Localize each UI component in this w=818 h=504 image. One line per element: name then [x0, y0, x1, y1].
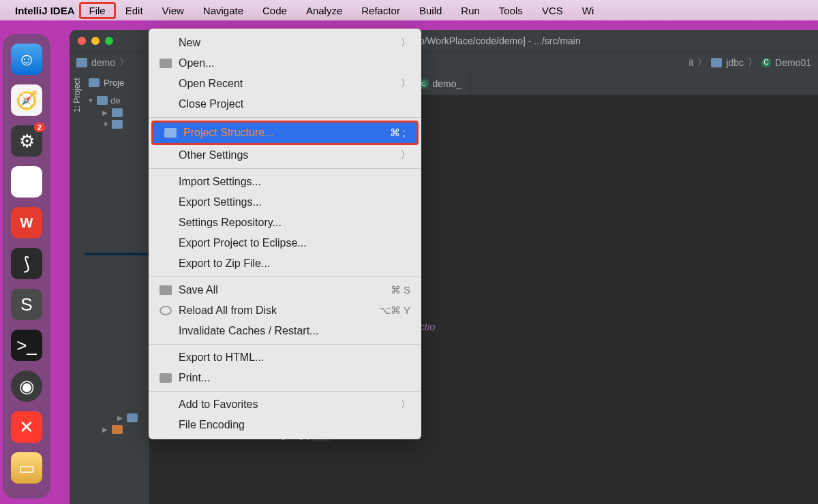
macos-dock: ☺ 🧭 ⚙ ◉ W ⟆ S >_ ◉ ✕ ▭	[3, 34, 50, 499]
folder-icon	[711, 58, 722, 67]
app-name: IntelliJ IDEA	[15, 5, 75, 16]
project-tree: ▼de ▶ ▼ ▶ ▶	[85, 93, 149, 437]
menu-settings-repo[interactable]: Settings Repository...	[149, 212, 421, 233]
menu-code[interactable]: Code	[253, 2, 297, 19]
menu-analyze[interactable]: Analyze	[297, 2, 352, 19]
menu-export-settings[interactable]: Export Settings...	[149, 192, 421, 212]
menu-vcs[interactable]: VCS	[532, 2, 573, 19]
menu-project-structure[interactable]: Project Structure...⌘ ;	[153, 123, 416, 143]
menu-navigate[interactable]: Navigate	[194, 2, 253, 19]
menu-export-zip[interactable]: Export to Zip File...	[149, 253, 421, 274]
chevron-right-icon: 〉	[401, 149, 410, 161]
menu-new[interactable]: New〉	[149, 33, 421, 53]
print-icon	[160, 373, 172, 383]
dock-app-icon[interactable]: ⟆	[11, 248, 42, 279]
dock-wps-icon[interactable]: W	[11, 207, 42, 238]
tree-row[interactable]: ▼de	[87, 94, 147, 107]
menu-separator	[149, 344, 421, 345]
breadcrumb-root[interactable]: demo	[91, 57, 115, 68]
menu-separator	[149, 277, 421, 277]
menu-view[interactable]: View	[153, 2, 194, 19]
menu-open[interactable]: Open...	[149, 53, 421, 74]
breadcrumb-class[interactable]: Demo01	[775, 57, 811, 68]
project-icon	[89, 78, 100, 87]
dock-disc-icon[interactable]: ◉	[11, 371, 42, 402]
tree-row[interactable]: ▶	[87, 424, 147, 435]
dock-safari-icon[interactable]: 🧭	[11, 84, 42, 116]
dock-finder-icon[interactable]: ☺	[11, 44, 42, 75]
menu-save-all[interactable]: Save All⌘ S	[149, 280, 421, 300]
menu-file-encoding[interactable]: File Encoding	[149, 415, 421, 435]
chevron-right-icon: 〉	[401, 78, 410, 90]
folder-icon	[127, 413, 138, 422]
project-rail-tab[interactable]: 1: Project	[70, 72, 85, 504]
dock-folder-icon[interactable]: ▭	[11, 452, 42, 484]
menu-build[interactable]: Build	[410, 2, 451, 19]
close-window-icon[interactable]	[78, 37, 86, 45]
dock-close-app-icon[interactable]: ✕	[11, 411, 42, 443]
dock-chrome-icon[interactable]: ◉	[11, 166, 42, 198]
macos-menubar: IntelliJ IDEA File Edit View Navigate Co…	[0, 0, 818, 20]
dock-sublime-icon[interactable]: S	[11, 289, 42, 320]
menu-other-settings[interactable]: Other Settings〉	[149, 145, 421, 166]
menu-separator	[149, 391, 421, 392]
project-pane-header[interactable]: Proje	[85, 72, 149, 93]
menu-refactor[interactable]: Refactor	[352, 2, 410, 19]
tree-row[interactable]: ▼	[87, 119, 147, 130]
dock-terminal-icon[interactable]: >_	[11, 330, 42, 361]
menu-file[interactable]: File	[79, 2, 116, 19]
dock-settings-icon[interactable]: ⚙	[11, 125, 42, 157]
menu-invalidate-caches[interactable]: Invalidate Caches / Restart...	[149, 321, 421, 341]
project-pane: Proje ▼de ▶ ▼ ▶ ▶	[85, 72, 150, 504]
menu-tools[interactable]: Tools	[489, 2, 532, 19]
tree-row[interactable]: ▶	[87, 412, 147, 424]
folder-open-icon	[160, 59, 172, 68]
class-icon: C	[761, 58, 771, 67]
menu-separator	[149, 168, 421, 169]
tree-row[interactable]: ▶	[87, 107, 147, 119]
folder-icon	[112, 108, 123, 117]
menu-edit[interactable]: Edit	[116, 2, 153, 19]
minimize-window-icon[interactable]	[91, 37, 100, 45]
folder-icon	[76, 58, 87, 67]
maximize-window-icon[interactable]	[105, 37, 113, 45]
folder-icon	[112, 120, 123, 129]
menu-open-recent[interactable]: Open Recent〉	[149, 74, 421, 94]
menu-import-settings[interactable]: Import Settings...	[149, 172, 421, 192]
project-structure-icon	[164, 128, 177, 138]
reload-icon	[160, 306, 172, 315]
save-icon	[160, 285, 172, 295]
chevron-right-icon: 〉	[401, 398, 410, 411]
menu-separator	[149, 117, 421, 118]
menu-export-html[interactable]: Export to HTML...	[149, 347, 421, 368]
file-menu: New〉 Open... Open Recent〉 Close Project …	[149, 29, 421, 439]
menu-run[interactable]: Run	[451, 2, 489, 19]
folder-icon	[112, 425, 123, 434]
menu-close-project[interactable]: Close Project	[149, 94, 421, 114]
menu-reload-disk[interactable]: Reload All from Disk⌥⌘ Y	[149, 300, 421, 321]
breadcrumb-pkg[interactable]: jdbc	[726, 57, 744, 68]
chevron-right-icon: 〉	[401, 37, 410, 49]
folder-icon	[97, 96, 108, 105]
menu-add-favorites[interactable]: Add to Favorites〉	[149, 394, 421, 415]
menu-window[interactable]: Wi	[573, 2, 604, 19]
menu-export-eclipse[interactable]: Export Project to Eclipse...	[149, 233, 421, 253]
traffic-lights	[78, 37, 113, 45]
menu-print[interactable]: Print...	[149, 368, 421, 388]
